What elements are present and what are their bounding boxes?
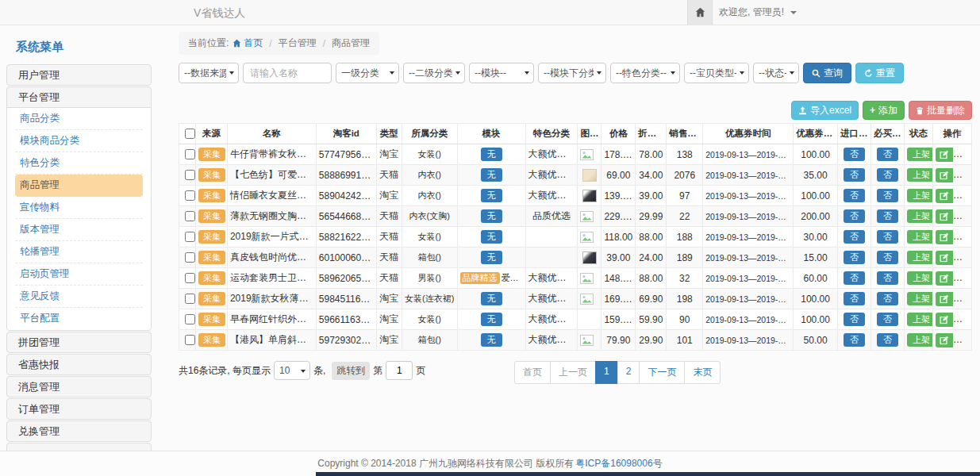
must-buy-toggle[interactable]: 否	[877, 230, 898, 244]
row-checkbox[interactable]	[185, 190, 195, 201]
status-badge[interactable]: 上架	[907, 230, 932, 244]
row-checkbox[interactable]	[185, 314, 195, 324]
status-badge[interactable]: 上架	[907, 189, 932, 202]
table-body: 采集牛仔背带裤女秋装减龄...577479560965淘宝女装()无大额优惠券1…	[179, 144, 972, 351]
must-buy-toggle[interactable]: 否	[877, 251, 898, 264]
import-select-toggle[interactable]: 否	[844, 148, 865, 161]
sidebar-item[interactable]: 模块商品分类	[15, 130, 143, 152]
sidebar-item[interactable]: 版本管理	[15, 219, 143, 241]
status-badge[interactable]: 上架	[907, 251, 932, 264]
filter-status-select[interactable]: --状态--	[753, 63, 799, 83]
row-checkbox[interactable]	[185, 294, 195, 304]
edit-button[interactable]	[936, 189, 953, 203]
pager-button[interactable]: 下一页	[639, 361, 685, 384]
import-select-toggle[interactable]: 否	[844, 292, 865, 305]
filter-category-level2-select[interactable]: --二级分类--	[403, 63, 465, 83]
must-buy-toggle[interactable]: 否	[877, 313, 898, 326]
select-all-checkbox[interactable]	[185, 129, 195, 139]
status-badge[interactable]: 上架	[907, 148, 932, 161]
sidebar-item[interactable]: 启动页管理	[15, 263, 143, 286]
reset-button[interactable]: 重置	[855, 63, 904, 83]
status-badge[interactable]: 上架	[907, 168, 932, 182]
import-select-toggle[interactable]: 否	[844, 230, 865, 244]
filter-item-type-select[interactable]: --宝贝类型--	[684, 63, 749, 83]
pager-current-page[interactable]: 1	[595, 361, 618, 384]
pager-button[interactable]: 上一页	[550, 361, 596, 384]
batch-delete-button[interactable]: 批量删除	[909, 101, 972, 120]
status-badge[interactable]: 上架	[907, 271, 932, 285]
must-buy-toggle[interactable]: 否	[877, 189, 898, 202]
must-buy-toggle[interactable]: 否	[877, 292, 898, 305]
jump-button[interactable]: 跳转到	[332, 362, 370, 380]
upload-icon	[798, 106, 807, 115]
edit-button[interactable]	[936, 313, 953, 327]
pager-button[interactable]: 2	[617, 361, 640, 384]
import-select-toggle[interactable]: 否	[844, 209, 865, 223]
sidebar-group-toggle[interactable]: 消息管理	[7, 377, 151, 397]
add-button[interactable]: + 添加	[863, 101, 905, 120]
icp-link[interactable]: 粤ICP备16098006号	[575, 457, 662, 470]
cell-feature-category	[525, 248, 578, 268]
import-select-toggle[interactable]: 否	[844, 271, 865, 285]
import-select-toggle[interactable]: 否	[844, 189, 865, 202]
sidebar-item[interactable]: 平台配置	[15, 308, 143, 330]
edit-button[interactable]	[936, 251, 953, 265]
row-checkbox[interactable]	[185, 273, 195, 283]
edit-button[interactable]	[936, 168, 953, 182]
must-buy-toggle[interactable]: 否	[877, 209, 898, 223]
sidebar-item[interactable]: 特色分类	[15, 152, 143, 175]
edit-button[interactable]	[936, 209, 953, 224]
row-checkbox[interactable]	[185, 149, 195, 159]
import-select-toggle[interactable]: 否	[844, 168, 865, 182]
sidebar-item[interactable]: 轮播管理	[15, 241, 143, 263]
filter-module-subcategory-select[interactable]: --模块下分类--	[538, 63, 606, 83]
status-badge[interactable]: 上架	[907, 333, 932, 347]
filter-module-select[interactable]: --模块--	[469, 63, 534, 83]
cell-must-buy: 否	[871, 330, 905, 351]
import-excel-button[interactable]: 导入excel	[791, 101, 859, 120]
row-checkbox[interactable]	[185, 252, 195, 263]
status-badge[interactable]: 上架	[907, 313, 932, 326]
sidebar-group-toggle[interactable]: 平台管理	[7, 87, 151, 107]
must-buy-toggle[interactable]: 否	[877, 333, 898, 347]
row-checkbox[interactable]	[185, 211, 195, 221]
sidebar-group-toggle[interactable]: 兑换管理	[7, 421, 151, 441]
sidebar-item[interactable]: 意见反馈	[15, 286, 143, 308]
filter-category-level1-select[interactable]: 一级分类	[336, 63, 399, 83]
sidebar-group-toggle[interactable]: 订单管理	[7, 399, 151, 419]
sidebar-group-toggle[interactable]: 用户管理	[7, 65, 151, 85]
must-buy-toggle[interactable]: 否	[877, 168, 898, 182]
user-menu[interactable]: 欢迎您, 管理员!	[719, 0, 797, 25]
filter-product-name-input[interactable]	[243, 63, 332, 83]
sidebar-item[interactable]: 宣传物料	[15, 197, 143, 219]
jump-page-input[interactable]	[386, 361, 413, 380]
edit-button[interactable]	[936, 333, 953, 347]
row-checkbox[interactable]	[185, 170, 195, 180]
sidebar-group-toggle[interactable]: 拼团管理	[7, 332, 151, 352]
filter-data-source-select[interactable]: --数据来源--	[179, 63, 239, 83]
pager-button[interactable]: 末页	[684, 361, 721, 384]
status-badge[interactable]: 上架	[907, 209, 932, 223]
pager-button[interactable]: 首页	[514, 361, 551, 384]
row-checkbox[interactable]	[185, 335, 195, 345]
status-badge[interactable]: 上架	[907, 292, 932, 305]
import-select-toggle[interactable]: 否	[844, 251, 865, 264]
edit-button[interactable]	[936, 271, 953, 286]
search-button[interactable]: 查询	[803, 63, 851, 83]
import-select-toggle[interactable]: 否	[844, 333, 865, 347]
edit-button[interactable]	[936, 292, 953, 306]
sidebar-item[interactable]: 商品分类	[15, 108, 143, 130]
breadcrumb-home-link[interactable]: 首页	[233, 36, 263, 50]
sidebar-groups: 用户管理平台管理商品分类模块商品分类特色分类商品管理宣传物料版本管理轮播管理启动…	[6, 64, 152, 456]
must-buy-toggle[interactable]: 否	[877, 148, 898, 161]
sidebar-group-toggle[interactable]: 省惠快报	[7, 355, 151, 374]
home-button[interactable]	[687, 0, 713, 25]
page-size-select[interactable]: 10	[274, 361, 310, 380]
row-checkbox[interactable]	[185, 232, 195, 242]
sidebar-item-active[interactable]: 商品管理	[15, 175, 143, 197]
edit-button[interactable]	[936, 148, 953, 162]
import-select-toggle[interactable]: 否	[844, 313, 865, 326]
edit-button[interactable]	[936, 230, 953, 244]
filter-feature-category-select[interactable]: --特色分类--	[610, 63, 680, 83]
must-buy-toggle[interactable]: 否	[877, 271, 898, 285]
